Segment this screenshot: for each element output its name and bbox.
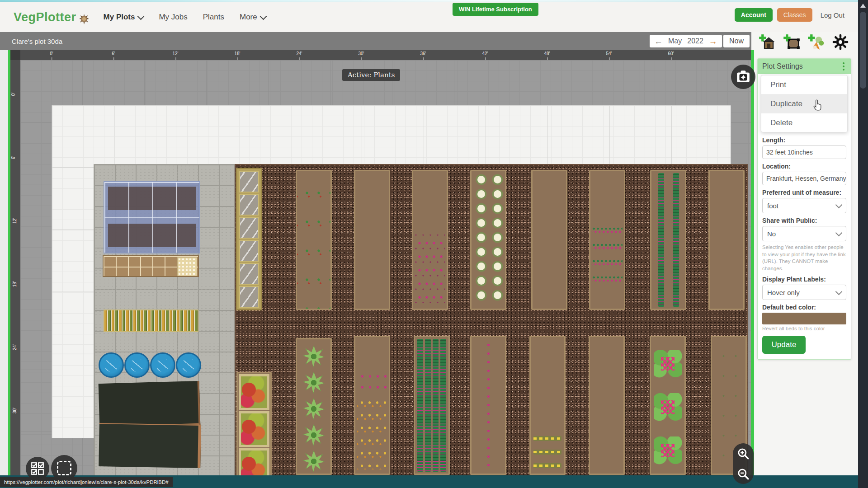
ruler-corner bbox=[10, 50, 20, 60]
hedgehog-icon bbox=[77, 12, 91, 26]
plot-title: Clare's plot 30da bbox=[12, 38, 62, 45]
seedling-trays[interactable] bbox=[104, 310, 198, 332]
menu-item-delete[interactable]: Delete bbox=[761, 113, 847, 132]
nav-plants[interactable]: Plants bbox=[203, 13, 224, 22]
status-url-bar: https://vegplotter.com/plot/richardjonle… bbox=[0, 477, 173, 487]
harvest-crates[interactable] bbox=[236, 372, 272, 477]
bed-carrot-rows[interactable] bbox=[650, 170, 686, 310]
water-barrel[interactable] bbox=[150, 352, 175, 378]
length-input[interactable]: 32 feet 10inches bbox=[762, 145, 846, 159]
share-help-text: Selecting Yes enables other people to vi… bbox=[762, 244, 846, 272]
win-subscription-banner[interactable]: WIN Lifetime Subscription bbox=[453, 3, 538, 16]
plant-labels-select[interactable]: Hover only bbox=[762, 285, 846, 300]
plot-canvas[interactable]: 0'6'12'18'24'30'36'42'48'54'60' 0'6'12'1… bbox=[8, 50, 754, 479]
greenhouse[interactable] bbox=[104, 181, 200, 253]
bed-color-label: Default bed color: bbox=[762, 304, 846, 311]
water-barrel[interactable] bbox=[124, 352, 150, 378]
date-navigator[interactable]: ← May 2022 → bbox=[650, 35, 722, 47]
nav-more[interactable]: More bbox=[240, 13, 266, 22]
ruler-tick: 12' bbox=[172, 51, 178, 56]
panel-header: Plot Settings bbox=[758, 59, 851, 74]
page-scrollbar[interactable] bbox=[858, 0, 868, 488]
plot-settings-menu: Print Duplicate Delete bbox=[761, 75, 848, 132]
scrollbar-thumb[interactable] bbox=[860, 12, 866, 89]
logout-button[interactable]: Log Out bbox=[817, 9, 848, 22]
snapshot-center-button[interactable] bbox=[731, 65, 755, 89]
plot-header-bar: Clare's plot 30da ← May 2022 → Now bbox=[0, 32, 751, 50]
cold-frames[interactable] bbox=[236, 168, 262, 310]
bed-seedlings[interactable] bbox=[296, 170, 332, 310]
unit-label: Preferred unit of measure: bbox=[762, 189, 846, 196]
camera-icon bbox=[736, 69, 751, 84]
year-label: 2022 bbox=[687, 37, 703, 45]
now-button[interactable]: Now bbox=[723, 35, 750, 47]
kebab-menu-icon[interactable] bbox=[841, 61, 846, 72]
vertical-ruler: 0'6'12'18'24'30' bbox=[10, 60, 20, 475]
ruler-tick: 42' bbox=[482, 51, 488, 56]
ruler-tick: 18' bbox=[234, 51, 240, 56]
bed-yellow-sowings[interactable] bbox=[529, 336, 566, 475]
ruler-tick: 48' bbox=[544, 51, 550, 56]
classes-button[interactable]: Classes bbox=[777, 8, 812, 22]
add-structure-icon[interactable] bbox=[759, 33, 776, 51]
canvas-field[interactable]: Active: Plants bbox=[20, 60, 751, 475]
bed-empty[interactable] bbox=[354, 170, 390, 310]
ruler-tick: 24' bbox=[296, 51, 302, 56]
bed-color-swatch[interactable] bbox=[762, 313, 846, 324]
scroll-up-arrow[interactable] bbox=[860, 4, 866, 8]
add-bed-icon[interactable] bbox=[783, 33, 800, 51]
panel-title: Plot Settings bbox=[762, 62, 803, 70]
ruler-tick: 24' bbox=[12, 344, 17, 350]
plot-area[interactable] bbox=[52, 105, 731, 438]
unit-select[interactable]: foot bbox=[762, 198, 846, 213]
checkbox-grid-icon bbox=[30, 461, 45, 476]
ruler-tick: 18' bbox=[12, 281, 17, 287]
ruler-tick: 0' bbox=[11, 93, 16, 96]
account-button[interactable]: Account bbox=[735, 8, 773, 22]
compost-bins[interactable] bbox=[99, 382, 198, 467]
menu-item-duplicate[interactable]: Duplicate bbox=[761, 94, 847, 113]
next-month-arrow[interactable]: → bbox=[709, 37, 717, 46]
bed-beet-rows[interactable] bbox=[589, 170, 625, 310]
share-label: Share with Public: bbox=[762, 217, 846, 224]
water-barrel[interactable] bbox=[176, 352, 201, 378]
hand-cursor-icon bbox=[812, 99, 824, 112]
bed-rhubarb[interactable] bbox=[650, 336, 686, 475]
ruler-tick: 54' bbox=[606, 51, 612, 56]
nav-my-plots[interactable]: My Plots bbox=[104, 13, 144, 22]
settings-gear-icon[interactable] bbox=[832, 33, 849, 51]
location-input[interactable]: Frankfurt, Hessen, Germany,5 bbox=[762, 172, 846, 185]
bed-mixed-sowings[interactable] bbox=[354, 336, 390, 475]
update-button[interactable]: Update bbox=[762, 336, 806, 354]
ruler-tick: 30' bbox=[12, 408, 17, 413]
bed-squash[interactable] bbox=[296, 338, 332, 475]
bed-cauliflower[interactable] bbox=[470, 170, 506, 310]
nav-items: My Plots My Jobs Plants More bbox=[104, 13, 266, 22]
prev-month-arrow[interactable]: ← bbox=[654, 37, 663, 46]
bed-empty[interactable] bbox=[531, 170, 567, 310]
share-select[interactable]: No bbox=[762, 226, 846, 241]
water-barrel[interactable] bbox=[99, 352, 124, 378]
zoom-out-button[interactable] bbox=[736, 467, 750, 481]
vegplotter-logo[interactable]: VegPlotter bbox=[14, 9, 91, 26]
revert-color-text: Revert all beds to this color bbox=[762, 326, 846, 331]
zoom-in-button[interactable] bbox=[736, 447, 750, 460]
bed-empty[interactable] bbox=[589, 336, 625, 475]
bed-pink-row[interactable] bbox=[470, 336, 506, 475]
bed-carrot-rows[interactable] bbox=[414, 336, 450, 475]
add-plant-icon[interactable] bbox=[807, 33, 825, 51]
chevron-down-icon bbox=[835, 288, 843, 295]
menu-item-print[interactable]: Print bbox=[761, 75, 847, 94]
plant-labels-label: Display Plant Labels: bbox=[762, 276, 846, 283]
potting-table[interactable] bbox=[103, 255, 199, 277]
month-label: May bbox=[668, 37, 682, 45]
bed-empty[interactable] bbox=[708, 170, 745, 310]
bed-pink-sowings[interactable] bbox=[412, 170, 448, 310]
nav-my-jobs[interactable]: My Jobs bbox=[159, 13, 187, 22]
chevron-down-icon bbox=[259, 13, 267, 20]
ruler-tick: 60' bbox=[668, 51, 674, 56]
chevron-down-icon bbox=[835, 201, 843, 208]
horizontal-ruler: 0'6'12'18'24'30'36'42'48'54'60' bbox=[20, 50, 751, 60]
active-layer-badge: Active: Plants bbox=[342, 69, 400, 81]
dashed-square-icon bbox=[57, 461, 71, 475]
